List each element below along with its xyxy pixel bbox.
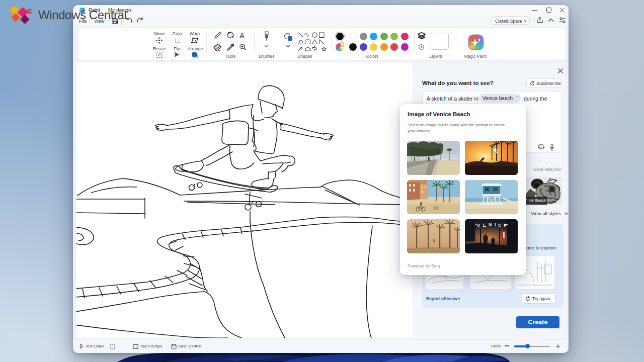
svg-text:E: E	[504, 223, 507, 228]
svg-text:C: C	[498, 223, 502, 228]
svg-text:c: c	[27, 6, 32, 16]
svg-text:E: E	[483, 223, 486, 228]
svg-text:I: I	[495, 222, 496, 227]
svg-text:V: V	[477, 223, 480, 228]
svg-text:N: N	[489, 222, 492, 227]
svg-text:Windows Central: Windows Central	[38, 8, 126, 22]
